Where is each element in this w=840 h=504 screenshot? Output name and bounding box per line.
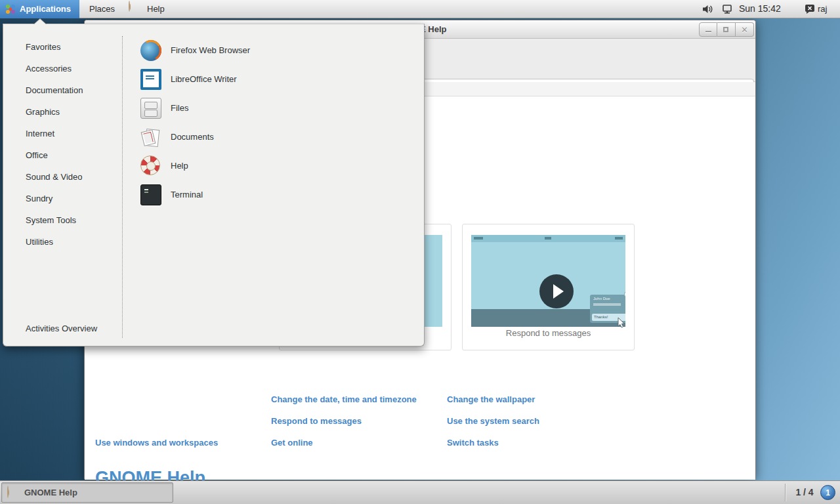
app-item-help[interactable]: Help xyxy=(138,154,413,178)
applications-menu-button[interactable]: Applications xyxy=(0,0,79,18)
help-icon xyxy=(140,156,160,175)
clock[interactable]: Sun 15:42 xyxy=(739,0,781,18)
link-windows-workspaces[interactable]: Use windows and workspaces xyxy=(95,438,218,448)
link-respond-messages[interactable]: Respond to messages xyxy=(271,416,362,426)
minimize-button[interactable] xyxy=(699,22,717,37)
video-card-respond[interactable]: John Doe Thanks! ✕ Respond to messages xyxy=(462,224,635,350)
video-caption: Respond to messages xyxy=(463,328,634,338)
app-label: Documents xyxy=(171,125,214,149)
appmenu-help-button[interactable]: Help xyxy=(127,0,129,18)
category-office[interactable]: Office xyxy=(22,148,114,163)
video-thumbnail: John Doe Thanks! ✕ xyxy=(471,235,625,327)
link-get-online[interactable]: Get online xyxy=(271,438,313,448)
close-button[interactable]: ✕ xyxy=(736,22,754,37)
documents-icon xyxy=(140,127,161,148)
taskbar-divider xyxy=(785,484,786,501)
thumb-topbar-mark xyxy=(474,237,483,240)
maximize-icon xyxy=(723,27,728,32)
app-item-documents[interactable]: Documents xyxy=(138,125,413,149)
link-switch-tasks[interactable]: Switch tasks xyxy=(447,438,499,448)
applications-label: Applications xyxy=(20,0,71,18)
category-sundry[interactable]: Sundry xyxy=(22,192,114,206)
yelp-app-icon xyxy=(129,1,130,12)
minimize-icon xyxy=(705,31,711,32)
window-controls: ✕ xyxy=(699,22,754,37)
task-button-label: GNOME Help xyxy=(24,483,77,503)
app-label: Terminal xyxy=(171,183,203,207)
places-menu-button[interactable]: Places xyxy=(87,0,117,18)
libreoffice-writer-icon xyxy=(140,69,161,90)
maximize-button[interactable] xyxy=(717,22,736,37)
menu-notch xyxy=(34,19,46,24)
category-system-tools[interactable]: System Tools xyxy=(22,213,114,228)
category-accessories[interactable]: Accessories xyxy=(22,62,114,76)
thumb-topbar xyxy=(471,235,625,242)
help-label: Help xyxy=(147,0,165,18)
workspace-switcher-icon[interactable]: 1 xyxy=(820,485,835,500)
link-system-search[interactable]: Use the system search xyxy=(447,416,539,426)
app-label: LibreOffice Writer xyxy=(171,68,237,91)
task-button-gnome-help[interactable]: GNOME Help xyxy=(1,482,173,503)
app-label: Help xyxy=(171,154,188,178)
popup-message-line xyxy=(593,303,621,306)
category-documentation[interactable]: Documentation xyxy=(22,83,114,98)
link-change-wallpaper[interactable]: Change the wallpaper xyxy=(447,394,535,404)
workspace-pager: 1 / 4 xyxy=(790,481,819,504)
play-button-icon[interactable] xyxy=(539,274,574,308)
firefox-icon xyxy=(140,40,161,61)
app-label: Firefox Web Browser xyxy=(171,39,250,62)
applications-grid-icon xyxy=(5,4,16,14)
popup-sender: John Doe xyxy=(593,297,610,301)
category-internet[interactable]: Internet xyxy=(22,127,114,141)
app-item-firefox[interactable]: Firefox Web Browser xyxy=(138,39,413,62)
menu-divider xyxy=(122,36,123,338)
category-sound-video[interactable]: Sound & Video xyxy=(22,170,114,184)
app-item-files[interactable]: Files xyxy=(138,96,413,120)
category-graphics[interactable]: Graphics xyxy=(22,105,114,119)
yelp-task-icon xyxy=(7,486,9,498)
volume-icon[interactable] xyxy=(702,4,713,14)
user-menu[interactable]: raj xyxy=(818,0,827,18)
category-favorites[interactable]: Favorites xyxy=(22,40,114,54)
chat-unavailable-icon[interactable] xyxy=(805,4,815,14)
top-panel: Applications Places Help Sun 15:42 raj xyxy=(0,0,840,18)
files-icon xyxy=(140,98,161,119)
display-status-icon[interactable] xyxy=(722,4,732,14)
app-label: Files xyxy=(171,96,188,120)
app-item-terminal[interactable]: Terminal xyxy=(138,183,413,207)
thumb-topbar-mark xyxy=(545,237,551,240)
bottom-taskbar: GNOME Help 1 / 4 1 xyxy=(0,480,840,504)
thumb-topbar-mark xyxy=(615,237,623,240)
terminal-icon xyxy=(140,184,161,205)
category-utilities[interactable]: Utilities xyxy=(22,235,114,249)
applications-menu-panel: Favorites Accessories Documentation Grap… xyxy=(3,24,425,346)
activities-overview-item[interactable]: Activities Overview xyxy=(22,322,101,336)
app-item-libreoffice-writer[interactable]: LibreOffice Writer xyxy=(138,68,413,91)
link-change-date-time[interactable]: Change the date, time and timezone xyxy=(271,394,417,404)
close-icon: ✕ xyxy=(741,25,748,35)
